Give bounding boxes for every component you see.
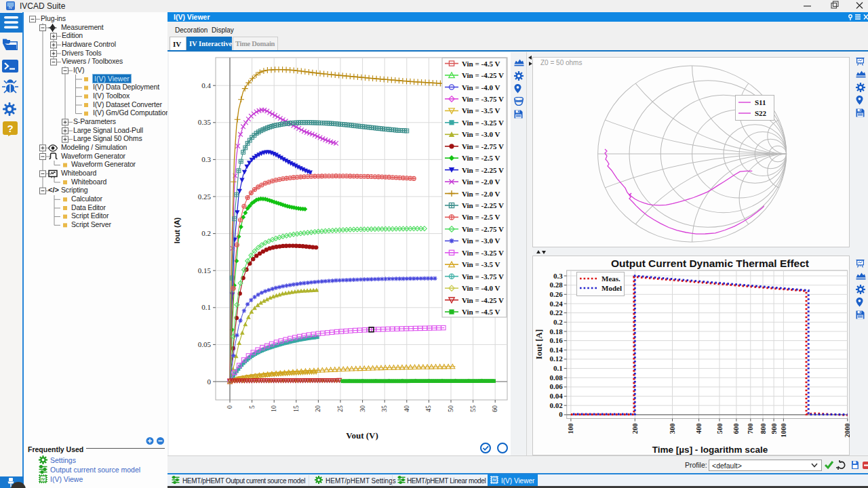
svg-text:Vin = -2.25 V: Vin = -2.25 V: [462, 166, 504, 174]
svg-text:Vin = -4.0 V: Vin = -4.0 V: [462, 284, 500, 292]
svg-text:45: 45: [425, 405, 432, 412]
svg-text:Vin = -2.5 V: Vin = -2.5 V: [462, 213, 500, 221]
svg-text:20: 20: [314, 405, 321, 412]
svg-text:S22: S22: [755, 109, 767, 117]
svg-text:Vin = -4.25 V: Vin = -4.25 V: [462, 296, 504, 304]
svg-text:Vin = -2.25 V: Vin = -2.25 V: [462, 201, 504, 209]
svg-text:55: 55: [469, 405, 477, 412]
svg-text:Vin = -3.5 V: Vin = -3.5 V: [462, 260, 500, 268]
svg-text:Iout (A): Iout (A): [173, 217, 181, 243]
svg-text:0.12: 0.12: [549, 354, 563, 363]
svg-text:300: 300: [669, 424, 676, 434]
svg-text:Vin = -2.0 V: Vin = -2.0 V: [462, 190, 500, 198]
svg-text:200: 200: [631, 424, 639, 434]
svg-text:Vin = -4.5 V: Vin = -4.5 V: [462, 308, 500, 316]
svg-text:Iout [A]: Iout [A]: [534, 329, 544, 359]
svg-text:0.14: 0.14: [549, 346, 563, 354]
svg-text:0.04: 0.04: [549, 392, 563, 400]
svg-text:Vin = -3.75 V: Vin = -3.75 V: [462, 272, 504, 281]
svg-text:1000: 1000: [780, 424, 787, 438]
svg-text:5: 5: [248, 405, 256, 409]
svg-text:30: 30: [359, 405, 366, 412]
svg-text:S11: S11: [755, 98, 766, 106]
svg-text:Meas.: Meas.: [601, 274, 620, 283]
svg-text:0.35: 0.35: [198, 118, 212, 126]
svg-text:0.05: 0.05: [198, 340, 212, 348]
svg-text:35: 35: [380, 405, 388, 412]
svg-text:25: 25: [336, 405, 344, 412]
svg-text:Vin = -3.5 V: Vin = -3.5 V: [462, 106, 500, 115]
svg-text:900: 900: [770, 424, 778, 434]
svg-text:0.08: 0.08: [549, 373, 563, 382]
svg-text:0.25: 0.25: [198, 192, 212, 201]
svg-text:Output Current Dynamic Thermal: Output Current Dynamic Thermal Effect: [611, 258, 809, 269]
svg-text:Vin = -3.75 V: Vin = -3.75 V: [462, 95, 504, 103]
svg-text:500: 500: [716, 424, 724, 434]
svg-text:0.2: 0.2: [201, 229, 211, 237]
svg-text:Z0 = 50 ohms: Z0 = 50 ohms: [540, 59, 582, 66]
svg-text:0.2: 0.2: [553, 318, 563, 326]
svg-text:600: 600: [732, 424, 740, 434]
svg-text:Vin = -3.25 V: Vin = -3.25 V: [462, 119, 504, 127]
svg-text:Vin = -2.75 V: Vin = -2.75 V: [462, 225, 504, 233]
svg-text:60: 60: [491, 405, 498, 412]
svg-text:0.3: 0.3: [553, 272, 563, 280]
svg-text:Vin = -4.0 V: Vin = -4.0 V: [462, 83, 500, 92]
svg-text:700: 700: [747, 424, 754, 434]
svg-text:Vin = -4.5 V: Vin = -4.5 V: [462, 60, 500, 68]
svg-text:IV: IV: [9, 5, 13, 9]
svg-text:Vin = -4.25 V: Vin = -4.25 V: [462, 71, 504, 79]
svg-text:Vout (V): Vout (V): [346, 430, 378, 441]
svg-text:0.3: 0.3: [201, 155, 211, 163]
svg-text:Vin = -3.0 V: Vin = -3.0 V: [462, 130, 500, 138]
svg-text:0: 0: [226, 405, 233, 409]
svg-text:0.22: 0.22: [549, 308, 563, 317]
svg-text:0.1: 0.1: [201, 303, 211, 311]
svg-text:50: 50: [447, 405, 454, 412]
svg-text:Model: Model: [601, 284, 622, 292]
svg-text:?: ?: [7, 123, 13, 134]
svg-text:100: 100: [567, 424, 574, 434]
svg-text:Vin = -3.25 V: Vin = -3.25 V: [462, 249, 504, 257]
svg-text:Vin = -2.75 V: Vin = -2.75 V: [462, 142, 504, 150]
svg-text:Time [µs] - logarithm scale: Time [µs] - logarithm scale: [652, 445, 768, 455]
svg-text:0.28: 0.28: [549, 281, 563, 289]
svg-text:0.02: 0.02: [549, 401, 563, 409]
svg-text:IV: IV: [41, 477, 45, 481]
svg-text:Vin = -3.0 V: Vin = -3.0 V: [462, 237, 500, 245]
svg-text:40: 40: [403, 405, 410, 412]
svg-text:0.16: 0.16: [549, 336, 563, 344]
svg-text:400: 400: [695, 424, 703, 434]
svg-text:0.18: 0.18: [549, 327, 563, 336]
svg-text:15: 15: [292, 405, 300, 412]
svg-text:0: 0: [559, 410, 563, 418]
svg-text:0.1: 0.1: [553, 364, 563, 372]
svg-text:0.24: 0.24: [549, 300, 563, 308]
svg-text:0.06: 0.06: [549, 382, 563, 390]
svg-text:0.4: 0.4: [201, 81, 211, 89]
svg-text:0: 0: [208, 378, 212, 386]
svg-text:IV: IV: [492, 478, 496, 482]
svg-text:Vin = -2.5 V: Vin = -2.5 V: [462, 154, 500, 162]
svg-text:0.15: 0.15: [198, 266, 212, 274]
svg-text:2000: 2000: [844, 424, 850, 438]
svg-text:10: 10: [270, 405, 277, 412]
svg-text:800: 800: [760, 424, 767, 434]
svg-text:Vin = -2.0 V: Vin = -2.0 V: [462, 178, 500, 186]
svg-text:0.26: 0.26: [549, 290, 563, 298]
